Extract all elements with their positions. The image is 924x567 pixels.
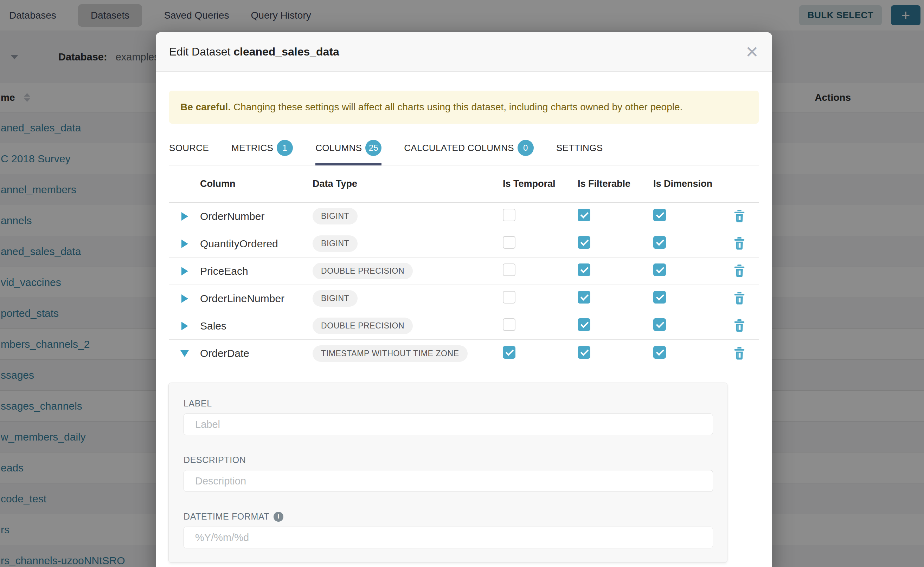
- column-name: OrderNumber: [200, 210, 313, 222]
- description-field-label: DESCRIPTION: [184, 455, 713, 465]
- is-dimension-checkbox[interactable]: [653, 318, 666, 331]
- modal-title: Edit Dataset cleaned_sales_data: [169, 45, 339, 58]
- screen: { "nav": { "items": [ { "label": "Databa…: [0, 0, 924, 567]
- tab-label: COLUMNS: [315, 142, 362, 153]
- data-type-pill: DOUBLE PRECISION: [313, 318, 413, 334]
- is-temporal-header: Is Temporal: [503, 178, 578, 189]
- expand-caret-icon[interactable]: [181, 294, 188, 303]
- is-filterable-header: Is Filterable: [578, 178, 653, 189]
- column-row-OrderLineNumber: OrderLineNumberBIGINT: [169, 285, 759, 312]
- is-filterable-checkbox[interactable]: [578, 346, 590, 358]
- warning-banner: Be careful. Changing these settings will…: [169, 91, 759, 124]
- is-dimension-header: Is Dimension: [653, 178, 731, 189]
- close-icon[interactable]: ✕: [745, 44, 759, 60]
- is-temporal-checkbox[interactable]: [503, 291, 515, 303]
- is-dimension-checkbox[interactable]: [653, 264, 666, 276]
- tab-count-badge: 25: [365, 140, 381, 156]
- expand-caret-icon[interactable]: [181, 322, 188, 330]
- trash-icon[interactable]: [733, 292, 745, 305]
- trash-icon[interactable]: [733, 320, 745, 332]
- expand-caret-icon[interactable]: [181, 212, 188, 220]
- data-type-pill: BIGINT: [313, 208, 358, 225]
- tab-calculated-columns[interactable]: CALCULATED COLUMNS0: [404, 133, 534, 165]
- column-name: Sales: [200, 320, 313, 332]
- is-temporal-checkbox[interactable]: [503, 318, 515, 331]
- column-row-PriceEach: PriceEachDOUBLE PRECISION: [169, 258, 759, 285]
- is-filterable-checkbox[interactable]: [578, 291, 590, 303]
- expand-caret-icon[interactable]: [181, 240, 188, 248]
- tab-count-badge: 1: [277, 140, 293, 156]
- columns-table: Column Data Type Is Temporal Is Filterab…: [169, 165, 759, 367]
- modal-header: Edit Dataset cleaned_sales_data ✕: [156, 32, 772, 72]
- trash-icon[interactable]: [733, 347, 745, 360]
- column-row-OrderNumber: OrderNumberBIGINT: [169, 203, 759, 230]
- is-filterable-checkbox[interactable]: [578, 208, 590, 221]
- collapse-caret-icon[interactable]: [181, 350, 189, 357]
- column-row-QuantityOrdered: QuantityOrderedBIGINT: [169, 230, 759, 258]
- tab-label: METRICS: [231, 142, 273, 153]
- modal-tabs: SOURCEMETRICS1COLUMNS25CALCULATED COLUMN…: [169, 133, 759, 165]
- column-detail-panel: LABEL DESCRIPTION DATETIME FORMAT i: [169, 382, 727, 563]
- is-filterable-checkbox[interactable]: [578, 318, 590, 331]
- column-header: Column: [200, 178, 313, 189]
- column-name: OrderDate: [200, 347, 313, 359]
- column-name: QuantityOrdered: [200, 238, 313, 250]
- is-temporal-checkbox[interactable]: [503, 236, 515, 249]
- is-filterable-checkbox[interactable]: [578, 236, 590, 249]
- data-type-pill: BIGINT: [313, 236, 358, 252]
- trash-icon[interactable]: [733, 210, 745, 223]
- trash-icon[interactable]: [733, 264, 745, 278]
- tab-label: SOURCE: [169, 142, 209, 153]
- info-icon[interactable]: i: [274, 512, 283, 522]
- data-type-pill: TIMESTAMP WITHOUT TIME ZONE: [313, 345, 468, 362]
- datetime-format-input[interactable]: [184, 526, 713, 548]
- datetime-field-label-text: DATETIME FORMAT: [184, 512, 269, 522]
- datetime-field-label: DATETIME FORMAT i: [184, 512, 713, 522]
- expand-caret-icon[interactable]: [181, 267, 188, 275]
- modal-body: Be careful. Changing these settings will…: [156, 91, 772, 563]
- data-type-header: Data Type: [313, 178, 503, 189]
- data-type-pill: DOUBLE PRECISION: [313, 263, 413, 279]
- is-temporal-checkbox[interactable]: [503, 346, 515, 358]
- tab-source[interactable]: SOURCE: [169, 133, 209, 165]
- trash-icon[interactable]: [733, 237, 745, 250]
- is-temporal-checkbox[interactable]: [503, 208, 515, 221]
- label-input[interactable]: [184, 414, 713, 435]
- tab-count-badge: 0: [518, 140, 534, 156]
- modal-title-prefix: Edit Dataset: [169, 45, 230, 58]
- is-dimension-checkbox[interactable]: [653, 208, 666, 221]
- tab-settings[interactable]: SETTINGS: [556, 133, 603, 165]
- data-type-pill: BIGINT: [313, 290, 358, 307]
- edit-dataset-modal: Edit Dataset cleaned_sales_data ✕ Be car…: [156, 32, 772, 567]
- column-name: OrderLineNumber: [200, 292, 313, 304]
- column-row-OrderDate: OrderDateTIMESTAMP WITHOUT TIME ZONE: [169, 340, 759, 367]
- tab-label: SETTINGS: [556, 142, 603, 153]
- is-dimension-checkbox[interactable]: [653, 291, 666, 303]
- is-dimension-checkbox[interactable]: [653, 236, 666, 249]
- tab-label: CALCULATED COLUMNS: [404, 142, 514, 153]
- tab-columns[interactable]: COLUMNS25: [315, 133, 381, 165]
- tab-metrics[interactable]: METRICS1: [231, 133, 293, 165]
- columns-table-body: OrderNumberBIGINTQuantityOrderedBIGINTPr…: [169, 203, 759, 367]
- modal-title-dataset: cleaned_sales_data: [233, 45, 339, 58]
- column-name: PriceEach: [200, 265, 313, 277]
- label-field-label: LABEL: [184, 398, 713, 409]
- is-dimension-checkbox[interactable]: [653, 346, 666, 358]
- column-row-Sales: SalesDOUBLE PRECISION: [169, 312, 759, 340]
- description-input[interactable]: [184, 470, 713, 492]
- is-temporal-checkbox[interactable]: [503, 264, 515, 276]
- columns-table-header: Column Data Type Is Temporal Is Filterab…: [169, 165, 759, 203]
- is-filterable-checkbox[interactable]: [578, 264, 590, 276]
- warning-text: Changing these settings will affect all …: [231, 102, 682, 112]
- warning-bold: Be careful.: [181, 102, 231, 112]
